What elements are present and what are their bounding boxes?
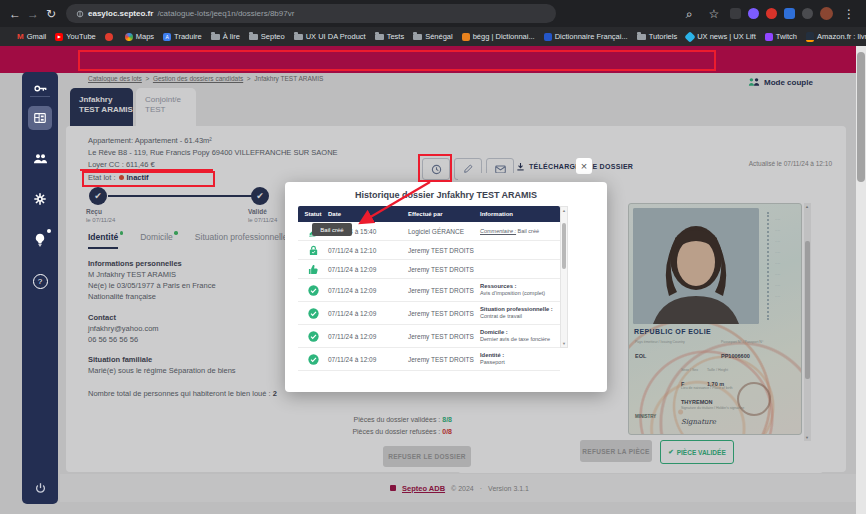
red-bookmark-icon xyxy=(105,33,113,41)
youtube-icon: ▶ xyxy=(55,33,63,41)
folder-icon xyxy=(375,34,384,40)
screen: ← → ↻ easyloc.septeo.fr/catalogue-lots/j… xyxy=(0,0,866,514)
bookmark-youtube[interactable]: ▶YouTube xyxy=(55,32,95,41)
maps-pin-icon xyxy=(125,33,133,41)
col-information: Information xyxy=(480,211,560,218)
alert-banner xyxy=(0,46,866,73)
history-modal: Historique dossier Jnfakhry TEST ARAMIS … xyxy=(285,182,607,392)
url-host: easyloc.septeo.fr xyxy=(88,9,153,18)
table-row: 07/11/24 à 12:09 Jeremy TEST DROITS Ress… xyxy=(298,279,560,302)
page-scrollbar[interactable] xyxy=(856,46,866,514)
url-path: /catalogue-lots/jeeq1n/dossiers/8b97vr xyxy=(157,9,294,18)
power-icon xyxy=(34,482,47,495)
bookmarks-bar: MGmail ▶YouTube Maps ATraduire À lire Se… xyxy=(0,27,866,46)
bookmark-folder-septeo[interactable]: Septeo xyxy=(249,32,285,41)
bookmark-amazon[interactable]: Amazon.fr : livres, D... xyxy=(806,32,866,42)
folder-icon xyxy=(637,34,646,40)
notification-badge xyxy=(47,229,51,233)
extension-icon[interactable] xyxy=(784,8,795,19)
folder-icon xyxy=(413,34,422,40)
extension-icon[interactable] xyxy=(766,8,777,19)
sidebar-item-candidates[interactable] xyxy=(28,146,52,170)
bookmark-gmail[interactable]: MGmail xyxy=(17,32,46,41)
bookmark-begg[interactable]: bégg | Dictionnai... xyxy=(462,32,535,41)
zoom-icon[interactable]: ⌕ xyxy=(680,7,698,21)
gear-icon xyxy=(33,192,47,206)
table-row: 07/11/24 à 12:09 Jeremy TEST DROITS Situ… xyxy=(298,302,560,325)
translate-icon: A xyxy=(163,33,171,41)
bookmark-star-icon[interactable]: ☆ xyxy=(705,7,723,21)
lock-check-icon xyxy=(308,245,319,256)
bookmark-dictionnaire[interactable]: Dictionnaire Françai... xyxy=(544,32,628,41)
scroll-up-icon[interactable]: ▲ xyxy=(561,208,567,213)
table-row: 07/11/24 à 12:10 Jeremy TEST DROITS xyxy=(298,241,560,260)
reload-icon[interactable]: ↻ xyxy=(42,7,60,21)
modal-title: Historique dossier Jnfakhry TEST ARAMIS xyxy=(285,190,607,200)
address-bar[interactable]: easyloc.septeo.fr/catalogue-lots/jeeq1n/… xyxy=(66,4,556,23)
extension-icon[interactable] xyxy=(730,8,741,19)
dictionary-icon xyxy=(544,33,552,41)
lightbulb-icon xyxy=(34,233,46,247)
bookmark-folder-senegal[interactable]: Sénégal xyxy=(413,32,453,41)
bookmark-uxnews[interactable]: UX news | UX Lift xyxy=(686,32,756,41)
modal-scrollbar-thumb[interactable] xyxy=(562,223,566,269)
uxlift-icon xyxy=(684,31,695,42)
check-circle-icon xyxy=(308,308,319,319)
table-row: 07/11/24 à 12:09 Jeremy TEST DROITS Domi… xyxy=(298,325,560,348)
sidebar-item-settings[interactable] xyxy=(28,187,52,211)
chrome-menu-icon[interactable]: ⋮ xyxy=(840,7,858,21)
check-circle-icon xyxy=(308,331,319,342)
col-statut: Statut xyxy=(298,211,328,217)
forward-icon[interactable]: → xyxy=(24,7,42,21)
page-scrollbar-thumb[interactable] xyxy=(857,52,865,182)
sidebar-item-help[interactable]: ? xyxy=(28,269,52,293)
folder-icon xyxy=(294,34,303,40)
extension-icon[interactable] xyxy=(802,8,813,19)
back-icon[interactable]: ← xyxy=(6,7,24,21)
col-effectue-par: Effectué par xyxy=(408,211,480,217)
sidebar-item-lots[interactable] xyxy=(28,106,52,130)
bookmark-maps[interactable]: Maps xyxy=(125,32,154,41)
sidebar: ? xyxy=(22,72,58,504)
site-settings-icon xyxy=(76,10,84,18)
sidebar-item-logout[interactable] xyxy=(28,476,52,500)
table-row: 07/11/24 à 12:09 Jeremy TEST DROITS xyxy=(298,260,560,279)
gmail-icon: M xyxy=(17,32,24,41)
table-row: 07/11/24 à 12:09 Jeremy TEST DROITS Iden… xyxy=(298,348,560,371)
building-icon xyxy=(33,111,47,125)
col-date: Date xyxy=(328,211,408,217)
bail-cree-tooltip: Bail créé xyxy=(312,223,352,236)
bookmark-red[interactable] xyxy=(105,33,116,41)
thumbs-up-icon xyxy=(308,264,319,275)
modal-close-button[interactable]: × xyxy=(576,158,592,174)
twitch-icon xyxy=(765,33,773,41)
bookmark-folder-tests[interactable]: Tests xyxy=(375,32,405,41)
begg-icon xyxy=(462,33,470,41)
people-icon xyxy=(33,152,48,165)
bookmark-folder-uxui[interactable]: UX UI DA Product xyxy=(294,32,366,41)
scroll-down-icon[interactable]: ▼ xyxy=(561,341,567,346)
profile-avatar[interactable] xyxy=(820,7,833,20)
amazon-icon xyxy=(806,32,814,42)
folder-icon xyxy=(211,34,220,40)
extension-icon[interactable] xyxy=(748,8,759,19)
sidebar-item-ideas[interactable] xyxy=(28,228,52,252)
bookmark-folder-a-lire[interactable]: À lire xyxy=(211,32,240,41)
sidebar-divider xyxy=(30,96,50,97)
table-header: Statut Date Effectué par Information xyxy=(298,206,560,222)
bookmark-traduire[interactable]: ATraduire xyxy=(163,32,202,41)
bookmark-folder-tutoriels[interactable]: Tutoriels xyxy=(637,32,677,41)
browser-toolbar: ← → ↻ easyloc.septeo.fr/catalogue-lots/j… xyxy=(0,0,866,27)
help-icon: ? xyxy=(33,274,48,289)
modal-scrollbar[interactable]: ▲ ▼ xyxy=(560,206,568,348)
key-icon xyxy=(33,81,48,96)
check-circle-icon xyxy=(308,285,319,296)
bookmark-twitch[interactable]: Twitch xyxy=(765,32,797,41)
check-circle-icon xyxy=(308,354,319,365)
folder-icon xyxy=(249,34,258,40)
chrome-actions: ⌕ ☆ ⋮ xyxy=(680,7,866,21)
